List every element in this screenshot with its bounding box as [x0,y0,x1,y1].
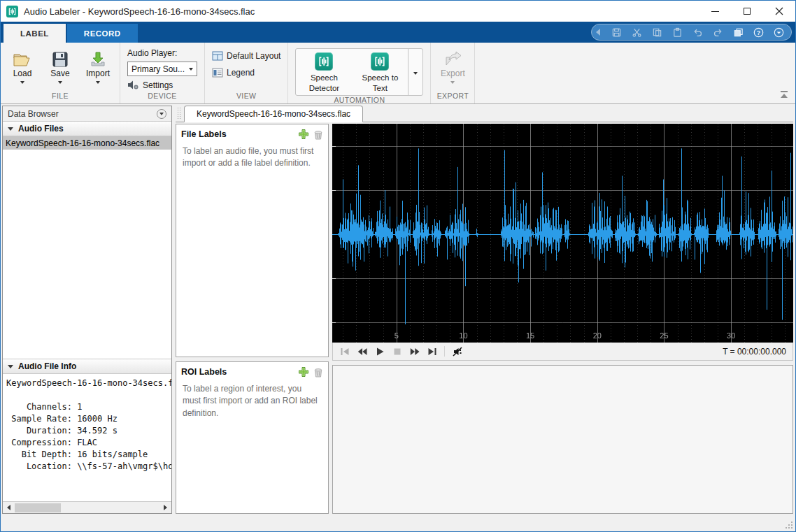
audio-player-caret-icon [189,68,193,71]
data-browser-menu-button[interactable] [157,109,166,119]
speech-to-text-icon [371,52,389,71]
quick-access-menu-icon[interactable] [773,27,784,38]
help-icon[interactable]: ? [753,27,764,38]
stop-button[interactable] [392,346,402,357]
default-layout-button[interactable]: Default Layout [212,51,280,61]
import-label: Import [86,69,110,78]
document-tab[interactable]: KeywordSpeech-16-16-mono-34secs.flac [184,106,363,122]
quick-access-notch-icon [596,29,600,36]
tab-label[interactable]: LABEL [3,24,66,43]
audio-file-list-area[interactable] [3,150,171,359]
gallery-caret-icon [413,72,418,75]
automation-gallery: Speech Detector Speech to Text [295,48,423,96]
speech-to-text-button[interactable]: Speech to Text [352,49,408,95]
speech-detector-icon [315,52,333,71]
audio-file-list-item-selected[interactable]: KeywordSpeech-16-16-mono-34secs.flac [3,136,171,150]
add-roi-label-button[interactable] [298,366,309,378]
legend-button[interactable]: Legend [212,68,280,78]
maximize-icon [744,8,751,15]
data-browser-header: Data Browser [3,106,171,122]
scrollbar-thumb[interactable] [15,503,61,512]
section-label-file: FILE [1,92,120,103]
open-folder-icon [13,47,32,68]
waveform-canvas[interactable] [332,124,793,343]
chevron-down-icon [159,113,164,115]
skip-to-end-button[interactable] [427,346,437,357]
ribbon-collapse-button[interactable] [779,91,789,99]
cut-icon[interactable] [631,27,642,38]
floppy-icon [52,47,69,68]
window-layout-icon[interactable] [732,27,744,38]
audio-file-info-header-label: Audio File Info [18,361,76,371]
automation-gallery-dropdown[interactable] [408,49,422,95]
speech-to-text-label-line1: Speech to [362,73,398,83]
horizontal-scrollbar[interactable] [3,501,171,513]
redo-icon[interactable] [712,27,723,38]
speech-to-text-label-line2: Text [373,83,388,94]
document-tab-bar: KeywordSpeech-16-16-mono-34secs.flac [176,106,793,122]
ribbon-section-export: Export EXPORT [431,43,475,103]
status-bar [1,514,795,531]
load-caret-icon [20,81,24,84]
minimize-icon [711,11,719,12]
svg-text:?: ? [756,29,760,36]
scroll-left-button[interactable] [3,502,15,513]
tab-bar-grip[interactable] [177,107,181,120]
export-icon [443,47,462,68]
ribbon-tab-strip: LABEL RECORD ? [1,22,795,43]
audio-player-value: Primary Sou... [132,64,185,74]
save-icon[interactable] [611,27,622,38]
export-button[interactable]: Export [438,47,467,92]
mute-button[interactable] [452,346,462,357]
copy-icon[interactable] [651,27,662,38]
add-file-label-button[interactable] [298,129,309,140]
ribbon-section-automation: Speech Detector Speech to Text AUTOMATIO… [288,43,431,103]
minimize-button[interactable] [699,1,731,22]
audio-player-label: Audio Player: [127,48,177,58]
delete-roi-label-button[interactable] [313,367,323,378]
collapse-ribbon-arrow-icon [781,94,788,98]
playback-toolbar: T = 00:00:00.000 [332,343,793,361]
undo-icon[interactable] [692,27,703,38]
fast-forward-button[interactable] [409,346,420,357]
close-button[interactable] [763,1,795,22]
section-label-automation: AUTOMATION [288,96,430,106]
skip-to-start-button[interactable] [339,346,350,357]
labels-column: File Labels To label an audio file, you … [176,124,329,514]
collapse-triangle-icon [8,365,13,368]
import-button[interactable]: Import [83,47,113,92]
speaker-settings-icon [127,80,139,90]
speech-detector-label-line2: Detector [309,83,339,94]
save-caret-icon [58,81,62,84]
default-layout-label: Default Layout [227,51,280,61]
file-labels-panel: File Labels To label an audio file, you … [176,124,329,357]
audio-files-section-header[interactable]: Audio Files [3,122,171,136]
settings-button[interactable]: Settings [127,80,173,90]
load-button[interactable]: Load [8,47,37,92]
quick-access-toolbar: ? [591,24,792,41]
speech-detector-label-line1: Speech [311,73,338,83]
save-button[interactable]: Save [45,47,75,92]
delete-file-label-button[interactable] [313,129,323,140]
tab-record[interactable]: RECORD [67,24,138,43]
maximize-button[interactable] [731,1,763,22]
collapse-ribbon-icon [781,91,788,92]
rewind-button[interactable] [357,346,367,357]
export-caret-icon [450,81,455,84]
play-button[interactable] [374,346,385,357]
ribbon-section-file: Load Save Import FILE [1,43,120,103]
roi-labels-title: ROI Labels [181,367,227,377]
app-window: Audio Labeler - KeywordSpeech-16-16-mono… [0,0,796,532]
layout-grid-icon [212,51,223,61]
paste-icon[interactable] [671,27,683,38]
speech-detector-button[interactable]: Speech Detector [296,49,352,95]
audio-files-header-label: Audio Files [18,124,64,134]
window-title: Audio Labeler - KeywordSpeech-16-16-mono… [24,6,255,17]
audio-player-select[interactable]: Primary Sou... [127,62,197,76]
section-label-view: VIEW [205,92,287,103]
title-bar: Audio Labeler - KeywordSpeech-16-16-mono… [1,1,795,22]
ribbon-section-device: Audio Player: Primary Sou... Settings DE… [120,43,205,103]
audio-file-info-section-header[interactable]: Audio File Info [3,359,171,374]
scroll-right-button[interactable] [159,502,171,513]
resize-grip-icon[interactable] [785,521,793,529]
